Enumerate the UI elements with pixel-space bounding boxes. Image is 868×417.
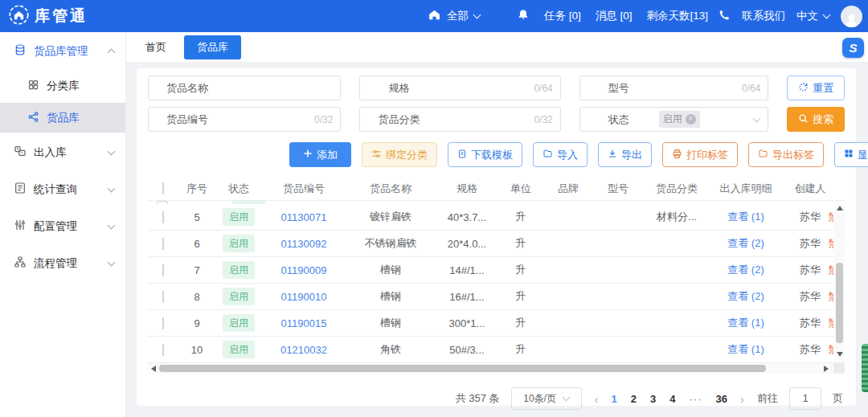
language-dropdown[interactable]: 中文 [796,9,829,23]
vertical-scrollbar[interactable] [834,202,845,361]
sidebar-item-in-out-warehouse[interactable]: 出入库 [0,135,125,170]
row-checkbox[interactable] [162,291,164,303]
download-template-button[interactable]: 下载模板 [448,142,522,167]
page-4[interactable]: 4 [669,393,675,405]
view-detail-link[interactable]: 查看 (2) [727,264,764,276]
user-avatar[interactable] [841,6,862,27]
model-input[interactable]: 0/64 [657,76,768,100]
show-hide-columns-label: 显/隐列 [858,148,868,162]
goods-code-link[interactable]: 01130092 [281,238,327,250]
row-checkbox[interactable] [162,344,164,356]
goods-category-field[interactable]: 货品分类 0/32 [359,107,560,132]
page-36[interactable]: 36 [716,393,727,405]
view-detail-link[interactable]: 查看 (2) [727,237,764,249]
clipped-action-link: 禁 [828,237,833,251]
row-checkbox[interactable] [162,238,164,250]
chevron-down-icon [108,184,116,192]
goods-code-link[interactable]: 01190009 [281,264,327,276]
more-pages-ellipsis[interactable]: ··· [690,393,702,405]
row-checkbox[interactable] [162,317,164,329]
tab-home[interactable]: 首页 [137,35,174,59]
goods-category-input[interactable]: 0/32 [437,108,559,131]
bell-icon[interactable] [517,8,530,24]
goods-code-link[interactable]: 01190015 [281,317,327,329]
sidebar-item-config-mgmt[interactable]: 配置管理 [0,209,125,243]
view-detail-link[interactable]: 查看 (1) [727,211,764,223]
goods-code-link[interactable]: 01210032 [280,344,327,356]
export-button[interactable]: 导出 [598,142,652,167]
goods-code-counter: 0/32 [314,114,333,125]
view-detail-link[interactable]: 查看 (2) [727,290,764,302]
goto-page-input[interactable]: 1 [789,387,821,410]
tag-close-icon[interactable]: × [686,114,696,125]
app-title: 库管通 [35,6,88,27]
spec-input[interactable]: 0/64 [437,76,559,100]
floating-widget-icon[interactable]: S [842,38,864,58]
next-page-button[interactable]: › [739,392,746,406]
goods-name-label: 货品名称 [149,81,226,96]
sidebar-item-label: 配置管理 [34,219,77,234]
row-checkbox[interactable] [162,264,164,276]
spec-field[interactable]: 规格 0/64 [359,76,560,100]
reset-button[interactable]: 重置 [787,76,845,100]
col-code: 货品编号 [262,182,346,196]
scroll-left-arrow[interactable] [151,366,156,372]
page-size-select[interactable]: 10条/页 [511,387,582,410]
select-all-checkbox[interactable] [162,182,164,194]
tab-goods-library[interactable]: 货品库 [184,35,241,59]
print-label-button[interactable]: 打印标签 [662,142,738,167]
sidebar-item-goods-library-mgmt[interactable]: 货品库管理 [0,34,125,68]
add-button[interactable]: 添加 [289,142,351,167]
goods-name-input[interactable] [226,76,340,100]
goods-name-field[interactable]: 货品名称 [148,76,341,100]
page-1[interactable]: 1 [612,393,617,405]
status-select[interactable]: 状态 启用 × [579,107,769,132]
col-spec: 规格 [436,182,498,196]
goods-code-link[interactable]: 01190010 [281,291,327,303]
view-detail-link[interactable]: 查看 (1) [727,343,764,355]
horizontal-scroll-thumb[interactable] [159,365,766,372]
table-row: 9 启用 01190015 槽钢 300*1... 升 查看 (1) 苏华 禁 [148,310,845,337]
bind-category-button[interactable]: 绑定分类 [362,142,437,167]
scroll-down-arrow[interactable] [837,352,843,357]
page-3[interactable]: 3 [650,393,656,405]
col-creator: 创建人 [781,182,839,196]
search-form-row-1: 货品名称 规格 0/64 型号 0/64 [148,76,845,100]
show-hide-columns-button[interactable]: 显/隐列 [834,142,868,167]
goods-code-link[interactable]: 01130071 [281,211,327,223]
sidebar-item-goods-library[interactable]: 货品库 [0,103,125,133]
scrollbar-corner [833,363,845,374]
report-icon [14,182,27,197]
contact-us-link[interactable]: 联系我们 [742,9,785,23]
sidebar-item-process-mgmt[interactable]: 流程管理 [0,246,125,280]
home-icon [428,8,441,24]
search-button[interactable]: 搜索 [787,107,845,132]
grid-icon [844,149,854,161]
sidebar-item-statistics-query[interactable]: 统计查询 [0,172,125,206]
share-icon [27,111,39,125]
view-detail-link[interactable]: 查看 (1) [727,317,764,329]
scroll-right-arrow[interactable] [824,366,829,372]
horizontal-scrollbar[interactable] [148,363,845,374]
screen-edge-grip [862,344,868,392]
phone-icon [718,9,731,24]
goods-code-input[interactable]: 0/32 [226,108,340,131]
prev-page-button[interactable]: ‹ [593,392,600,406]
model-field[interactable]: 型号 0/64 [579,76,769,100]
export-label-button[interactable]: 导出标签 [748,142,824,167]
scroll-up-arrow[interactable] [837,206,843,211]
sidebar-item-category-library[interactable]: 分类库 [0,71,125,100]
page-2[interactable]: 2 [631,393,637,405]
import-button[interactable]: 导入 [533,142,588,167]
status-badge: 启用 [223,208,255,226]
sidebar-item-label: 出入库 [34,145,67,160]
status-select-value[interactable]: 启用 × [657,108,768,131]
messages-link[interactable]: 消息 [0] [596,9,633,23]
vertical-scroll-thumb[interactable] [836,263,843,343]
page-size-value: 10条/页 [523,392,556,406]
row-checkbox[interactable] [162,211,164,223]
warehouse-scope-dropdown[interactable]: 全部 [428,0,480,32]
clipped-action-link: 禁 [828,343,833,357]
tasks-link[interactable]: 任务 [0] [544,9,581,23]
goods-code-field[interactable]: 货品编号 0/32 [148,107,341,132]
